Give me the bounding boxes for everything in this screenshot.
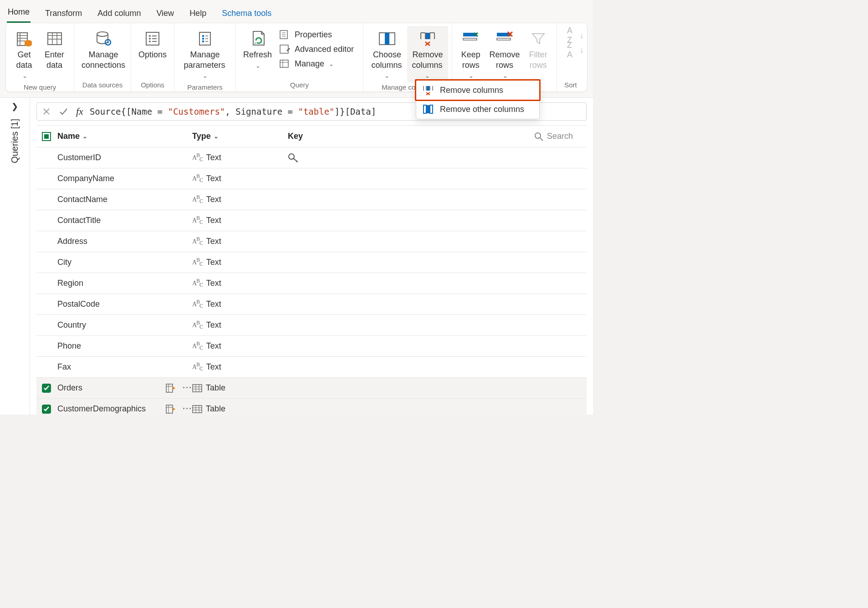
select-all-icon[interactable] (42, 132, 51, 141)
svg-rect-15 (202, 38, 204, 40)
row-name: CustomerID (57, 153, 101, 162)
row-type: Text (206, 279, 221, 288)
manage-query-button[interactable]: Manage ⌄ (276, 57, 358, 71)
table-row[interactable]: AddressABC Text (36, 231, 587, 252)
sort-asc-icon: AZ (563, 30, 576, 41)
column-header-type[interactable]: Type⌄ (192, 132, 288, 141)
expand-icon[interactable] (165, 383, 176, 393)
choose-columns-button[interactable]: Choose columns ⌄ (367, 26, 407, 82)
filter-rows-icon (527, 28, 549, 50)
menu-remove-other-columns[interactable]: Remove other columns (416, 100, 539, 119)
svg-point-3 (97, 32, 108, 36)
formula-text-3: , Signature = (225, 106, 298, 117)
refresh-label: Refresh (243, 50, 272, 59)
type-table-icon (192, 405, 202, 413)
svg-point-41 (535, 133, 541, 138)
options-button[interactable]: Options (135, 26, 170, 62)
row-type: Text (206, 299, 221, 309)
formula-text-1: Source{[Name = (90, 106, 168, 117)
table-row[interactable]: ContactNameABC Text (36, 189, 587, 210)
remove-rows-label: Remove rows (490, 50, 520, 70)
enter-data-button[interactable]: Enter data (39, 26, 70, 72)
choose-columns-icon (376, 28, 398, 50)
column-header-name-label: Name (57, 132, 80, 141)
menu-remove-columns[interactable]: Remove columns (416, 81, 539, 100)
row-more-icon[interactable]: ··· (183, 383, 192, 393)
table-row[interactable]: CountryABC Text (36, 315, 587, 336)
type-text-icon: ABC (192, 362, 203, 372)
table-row[interactable]: CustomerDemographics··· Table (36, 399, 587, 415)
formula-input[interactable]: Source{[Name = "Customers", Signature = … (90, 106, 376, 117)
remove-rows-button[interactable]: Remove rows⌄ (486, 26, 524, 82)
column-header-key-label: Key (288, 132, 303, 141)
remove-columns-menu: Remove columns Remove other columns (416, 80, 540, 119)
table-row[interactable]: RegionABC Text (36, 273, 587, 294)
row-name: CompanyName (57, 174, 114, 183)
expand-icon[interactable] (165, 404, 176, 414)
type-table-icon (192, 384, 202, 392)
enter-data-icon (44, 28, 66, 50)
row-checkbox[interactable] (42, 384, 51, 393)
row-name: Orders (57, 383, 159, 393)
row-type: Text (206, 341, 221, 351)
schema-grid: Name⌄ Type⌄ Key Search CustomerIDABC Tex… (36, 125, 587, 415)
tab-schema-tools[interactable]: Schema tools (221, 6, 272, 23)
manage-connections-button[interactable]: Manage connections (78, 26, 129, 72)
formula-commit-button[interactable] (57, 107, 70, 116)
table-row[interactable]: Orders··· Table (36, 378, 587, 399)
type-text-icon: ABC (192, 194, 203, 204)
tab-help[interactable]: Help (189, 6, 207, 23)
table-row[interactable]: CompanyNameABC Text (36, 168, 587, 189)
remove-rows-icon (494, 28, 516, 50)
tab-transform[interactable]: Transform (44, 6, 83, 23)
manage-query-icon (278, 58, 291, 69)
properties-label: Properties (295, 30, 332, 40)
type-text-icon: ABC (192, 173, 203, 183)
table-row[interactable]: PostalCodeABC Text (36, 294, 587, 315)
table-row[interactable]: CityABC Text (36, 252, 587, 273)
tab-home[interactable]: Home (7, 5, 31, 23)
table-row[interactable]: FaxABC Text (36, 357, 587, 378)
svg-line-42 (540, 138, 543, 141)
advanced-editor-button[interactable]: Advanced editor (276, 42, 358, 56)
table-row[interactable]: ContactTitleABC Text (36, 210, 587, 231)
row-more-icon[interactable]: ··· (183, 404, 192, 414)
search-box[interactable]: Search (534, 132, 587, 141)
formula-text-5: ]}[Data] (335, 106, 377, 117)
tab-add-column[interactable]: Add column (97, 6, 142, 23)
svg-rect-14 (202, 35, 204, 37)
filter-rows-label: Filter rows (527, 50, 549, 70)
table-row[interactable]: PhoneABC Text (36, 336, 587, 357)
queries-expand-button[interactable]: ❯ (11, 101, 18, 111)
refresh-button[interactable]: Refresh⌄ (240, 26, 276, 72)
column-header-key[interactable]: Key (288, 132, 352, 141)
row-type: Text (206, 237, 221, 246)
svg-rect-44 (166, 384, 173, 392)
formula-cancel-button[interactable] (41, 107, 52, 116)
manage-parameters-button[interactable]: Manage parameters ⌄ (178, 26, 232, 82)
manage-parameters-icon (194, 28, 216, 50)
keep-rows-button[interactable]: Keep rows⌄ (456, 26, 486, 82)
remove-columns-button[interactable]: Remove columns ⌄ (407, 26, 448, 82)
remove-columns-menu-icon (423, 85, 434, 95)
type-text-icon: ABC (192, 320, 203, 330)
refresh-icon (247, 28, 269, 50)
row-checkbox[interactable] (42, 405, 51, 414)
row-name: ContactName (57, 195, 107, 204)
tab-view[interactable]: View (155, 6, 175, 23)
manage-query-label: Manage (295, 59, 324, 69)
manage-connections-label: Manage connections (82, 50, 125, 70)
enter-data-label: Enter data (45, 50, 64, 70)
group-sort-label: Sort (557, 80, 584, 91)
table-row[interactable]: CustomerIDABC Text (36, 147, 587, 168)
column-header-name[interactable]: Name⌄ (57, 132, 87, 141)
svg-rect-29 (385, 33, 389, 45)
properties-button[interactable]: Properties (276, 28, 358, 41)
svg-rect-13 (199, 32, 210, 45)
group-parameters-label: Parameters (174, 82, 235, 92)
svg-rect-2 (48, 33, 61, 45)
get-data-button[interactable]: Get data⌄ (10, 26, 39, 82)
menu-remove-columns-label: Remove columns (440, 86, 503, 95)
type-text-icon: ABC (192, 278, 203, 288)
row-name: Country (57, 320, 86, 330)
